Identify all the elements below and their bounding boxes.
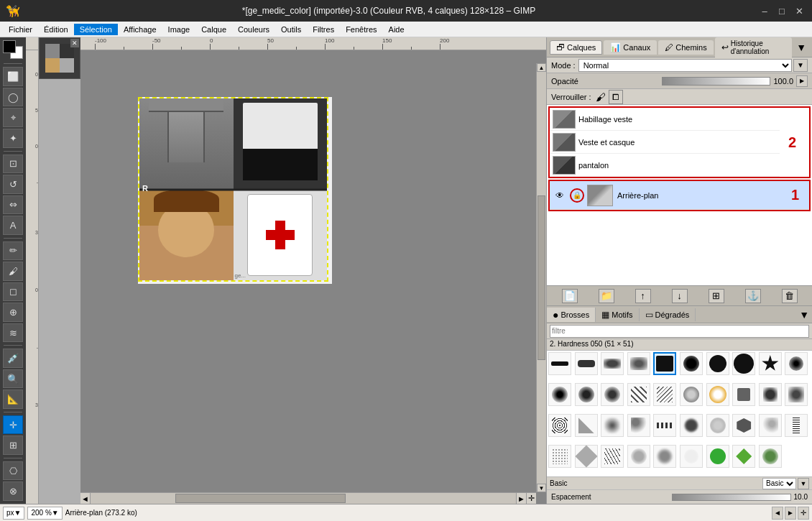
brush-cell-21[interactable] xyxy=(548,414,571,437)
brush-cell-38[interactable] xyxy=(732,445,755,468)
brushes-panel-menu[interactable]: ▼ xyxy=(796,309,812,321)
menu-filtres[interactable]: Filtres xyxy=(307,24,340,35)
scroll-left-arrow[interactable]: ◄ xyxy=(80,493,91,504)
brush-cell-1[interactable] xyxy=(548,352,571,375)
menu-outils[interactable]: Outils xyxy=(275,24,307,35)
brush-cell-27[interactable] xyxy=(706,414,729,437)
brush-cell-28[interactable] xyxy=(732,414,755,437)
scroll-up-arrow[interactable]: ▲ xyxy=(537,63,546,72)
brush-cell-37[interactable] xyxy=(706,445,729,468)
brush-grid[interactable] xyxy=(547,351,812,476)
layer-veste-casque[interactable]: Veste et casque xyxy=(550,131,780,154)
canvas-scroll-right[interactable]: ▲ ▼ xyxy=(536,63,546,492)
tool-text[interactable]: A xyxy=(3,216,23,235)
brush-cell-33[interactable] xyxy=(601,445,624,468)
brush-dropdown[interactable]: ▼ xyxy=(798,478,809,489)
mode-dropdown-button[interactable]: ▼ xyxy=(793,59,808,72)
brush-cell-17[interactable] xyxy=(706,383,729,406)
color-swatches[interactable] xyxy=(3,40,23,59)
menu-aide[interactable]: Aide xyxy=(383,24,410,35)
tab-motifs[interactable]: ▦ Motifs xyxy=(596,308,639,321)
brush-cell-8[interactable] xyxy=(732,352,755,375)
tab-chemins[interactable]: 🖊 Chemins xyxy=(658,40,713,55)
canvas-scroll-bottom[interactable]: ◄ ► ✛ xyxy=(80,492,536,504)
new-layer-group-button[interactable]: 📁 xyxy=(599,289,614,303)
brush-cell-9[interactable] xyxy=(759,352,782,375)
lower-layer-button[interactable]: ↓ xyxy=(672,289,688,303)
brush-cell-2[interactable] xyxy=(575,352,598,375)
menu-image[interactable]: Image xyxy=(162,24,196,35)
brush-cell-15[interactable] xyxy=(653,383,676,406)
brush-cell-34[interactable] xyxy=(627,445,650,468)
menu-fenetres[interactable]: Fenêtres xyxy=(340,24,382,35)
brush-filter-input[interactable] xyxy=(550,325,809,338)
brush-cell-13[interactable] xyxy=(601,383,624,406)
layer-lock-circle[interactable]: 🔒 xyxy=(570,188,584,203)
tab-canaux[interactable]: 📊 Canaux xyxy=(604,40,657,55)
tool-move[interactable]: ✛ xyxy=(3,415,23,435)
tool-align[interactable]: ⊞ xyxy=(3,435,23,455)
tab-historique[interactable]: ↩ Historique d'annulation xyxy=(715,37,792,57)
tab-degrades[interactable]: ▭ Dégradés xyxy=(640,308,696,321)
brush-cell-12[interactable] xyxy=(575,383,598,406)
opacity-slider[interactable] xyxy=(662,77,771,86)
tool-rect-select[interactable]: ⬜ xyxy=(3,67,23,86)
tool-path[interactable]: ⎔ xyxy=(3,461,23,481)
menu-calque[interactable]: Calque xyxy=(195,24,232,35)
delete-layer-button[interactable]: 🗑 xyxy=(782,289,798,303)
brush-cell-36[interactable] xyxy=(680,445,703,468)
brush-cell-14[interactable] xyxy=(627,383,650,406)
tool-color-picker[interactable]: 💉 xyxy=(3,349,23,368)
brush-cell-39[interactable] xyxy=(759,445,782,468)
scroll-right-arrow[interactable]: ► xyxy=(516,493,526,504)
lock-alpha-icon[interactable]: ⧠ xyxy=(609,90,623,104)
menu-edition[interactable]: Édition xyxy=(38,24,74,35)
panel-menu-button[interactable]: ▼ xyxy=(793,42,809,53)
scroll-thumb-vertical[interactable] xyxy=(538,195,545,360)
brush-cell-5[interactable] xyxy=(653,352,676,375)
layers-list[interactable]: Habillage veste Veste et casque pantalon xyxy=(547,105,812,285)
brush-cell-29[interactable] xyxy=(759,414,782,437)
tool-measure[interactable]: 📐 xyxy=(3,389,23,409)
anchor-layer-button[interactable]: ⚓ xyxy=(745,289,761,303)
minimize-button[interactable]: – xyxy=(757,4,772,18)
canvas-image[interactable]: ge... R xyxy=(138,97,328,282)
scroll-thumb-horizontal[interactable] xyxy=(175,494,346,503)
layer-visibility-eye[interactable]: 👁 xyxy=(554,190,566,201)
scroll-corner[interactable]: ✛ xyxy=(526,493,536,504)
mode-select[interactable]: Normal xyxy=(578,59,792,72)
brush-label-select[interactable]: Basic xyxy=(762,478,796,489)
brush-cell-31[interactable] xyxy=(548,445,571,468)
nav-right-button[interactable]: ► xyxy=(785,507,796,520)
tool-smudge[interactable]: ≋ xyxy=(3,323,23,343)
nav-maximize-button[interactable]: ✛ xyxy=(798,507,809,520)
brush-cell-22[interactable] xyxy=(575,414,598,437)
tool-eraser[interactable]: ◻ xyxy=(3,282,23,302)
brush-cell-23[interactable] xyxy=(601,414,624,437)
zoom-selector[interactable]: 200 % ▼ xyxy=(27,507,62,520)
brush-cell-19[interactable] xyxy=(759,383,782,406)
brush-cell-30[interactable] xyxy=(785,414,808,437)
brush-cell-26[interactable] xyxy=(680,414,703,437)
brush-cell-32[interactable] xyxy=(575,445,598,468)
opacity-expand[interactable]: ▶ xyxy=(796,75,808,87)
lock-pixels-icon[interactable]: 🖌 xyxy=(596,91,606,103)
unit-selector[interactable]: px ▼ xyxy=(3,507,24,520)
layer-pantalon[interactable]: pantalon xyxy=(550,154,780,177)
tool-zoom[interactable]: 🔍 xyxy=(3,369,23,389)
tool-fuzzy-select[interactable]: ✦ xyxy=(3,129,23,148)
menu-couleurs[interactable]: Couleurs xyxy=(232,24,275,35)
maximize-button[interactable]: □ xyxy=(775,4,789,18)
brush-cell-25[interactable] xyxy=(653,414,676,437)
brush-cell-6[interactable] xyxy=(680,352,703,375)
tool-pencil[interactable]: ✏ xyxy=(3,241,23,261)
tool-transform[interactable]: ↺ xyxy=(3,175,23,194)
tool-flip[interactable]: ⇔ xyxy=(3,195,23,215)
menu-selection[interactable]: Sélection xyxy=(74,24,118,35)
brush-cell-18[interactable] xyxy=(732,383,755,406)
tool-free-select[interactable]: ⌖ xyxy=(3,108,23,127)
duplicate-layer-button[interactable]: ⊞ xyxy=(709,289,724,303)
brush-cell-10[interactable] xyxy=(785,352,808,375)
layer-arriere-plan[interactable]: 👁 🔒 Arrière-plan 1 xyxy=(550,181,809,210)
brush-cell-16[interactable] xyxy=(680,383,703,406)
